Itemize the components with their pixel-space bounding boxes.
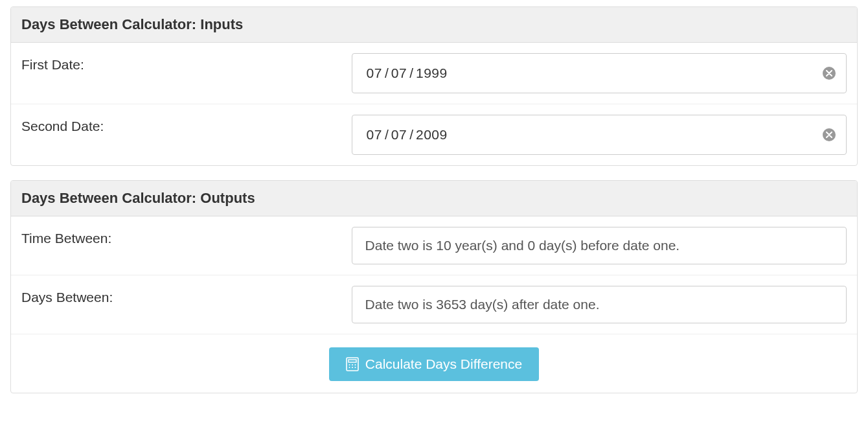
calculate-button[interactable]: Calculate Days Difference [329, 347, 539, 381]
first-date-label: First Date: [21, 53, 352, 73]
time-between-row: Time Between: Date two is 10 year(s) and… [11, 216, 857, 275]
close-icon [826, 70, 832, 76]
second-date-yyyy[interactable]: 2009 [416, 127, 448, 143]
second-date-label: Second Date: [21, 115, 352, 134]
outputs-panel-title: Days Between Calculator: Outputs [11, 181, 857, 216]
time-between-output: Date two is 10 year(s) and 0 day(s) befo… [352, 227, 847, 264]
time-between-label: Time Between: [21, 227, 352, 246]
inputs-panel: Days Between Calculator: Inputs First Da… [10, 6, 858, 166]
svg-rect-1 [348, 360, 356, 362]
svg-point-3 [352, 364, 353, 365]
svg-point-5 [348, 367, 350, 368]
outputs-panel: Days Between Calculator: Outputs Time Be… [10, 180, 858, 393]
days-between-row: Days Between: Date two is 3653 day(s) af… [11, 275, 857, 334]
second-date-dd[interactable]: 07 [391, 127, 407, 143]
first-date-yyyy[interactable]: 1999 [416, 65, 448, 81]
svg-point-2 [348, 364, 350, 365]
second-date-clear-button[interactable] [823, 128, 836, 141]
first-date-dd[interactable]: 07 [391, 65, 407, 81]
days-between-label: Days Between: [21, 286, 352, 305]
action-row: Calculate Days Difference [11, 334, 857, 393]
second-date-row: Second Date: 07 / 07 / 2009 [11, 104, 857, 165]
first-date-mm[interactable]: 07 [367, 65, 382, 81]
svg-point-4 [354, 364, 356, 365]
svg-point-6 [352, 367, 353, 368]
first-date-row: First Date: 07 / 07 / 1999 [11, 43, 857, 104]
inputs-panel-title: Days Between Calculator: Inputs [11, 7, 857, 43]
close-icon [826, 132, 832, 138]
second-date-mm[interactable]: 07 [367, 127, 382, 143]
second-date-input[interactable]: 07 / 07 / 2009 [352, 115, 847, 155]
calculator-icon [346, 357, 359, 371]
calculate-button-label: Calculate Days Difference [365, 356, 522, 372]
days-between-output: Date two is 3653 day(s) after date one. [352, 286, 847, 323]
first-date-clear-button[interactable] [823, 67, 836, 80]
svg-point-7 [354, 367, 356, 368]
first-date-input[interactable]: 07 / 07 / 1999 [352, 53, 847, 93]
